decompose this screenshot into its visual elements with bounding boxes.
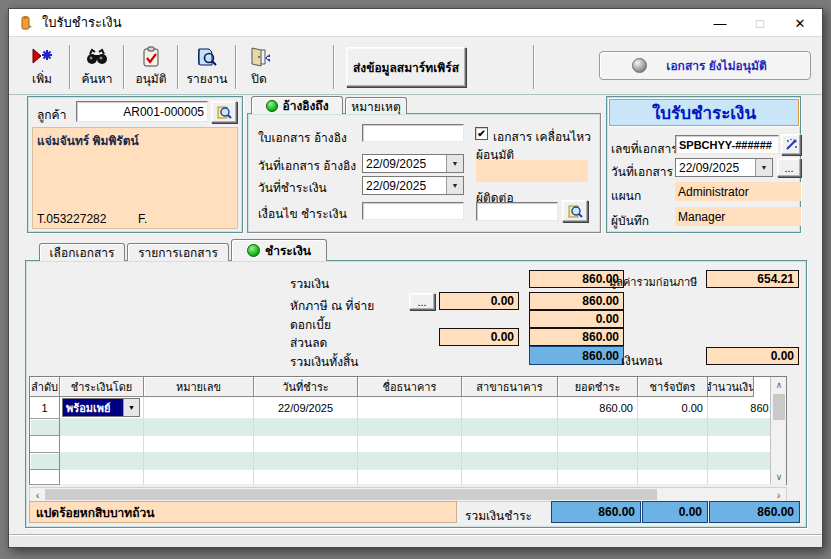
doc-date-combo[interactable]: 22/09/2025 ▼ (675, 158, 773, 177)
chevron-down-icon[interactable]: ▼ (755, 159, 772, 176)
chevron-down-icon[interactable]: ▼ (123, 399, 139, 416)
minimize-button[interactable]: — (700, 9, 740, 37)
contact-input[interactable] (476, 202, 558, 221)
report-label: รายงาน (186, 69, 227, 88)
col-header-paid: ยอดชำระ (558, 377, 638, 397)
vertical-scrollbar[interactable]: ∧ ∨ (770, 377, 786, 484)
chevron-down-icon[interactable]: ▼ (446, 155, 463, 172)
pay-date-combo[interactable]: 22/09/2025 ▼ (362, 176, 464, 195)
col-header-no: ลำดับ (30, 377, 60, 397)
green-dot-icon (247, 244, 260, 257)
exit-door-icon (247, 46, 271, 68)
customer-info-box: แจ่มจันทร์ พิมพิรัตน์ T.053227282 F. (32, 127, 238, 229)
tab-reference[interactable]: อ้างอิงถึง (251, 96, 343, 114)
table-row: 1 พร้อมเพย์ ▼ 22/09/2025 860.00 0.00 860… (30, 397, 786, 419)
pay-date-label: วันที่ชำระเงิน (258, 178, 327, 197)
document-type-title: ใบรับชำระเงิน (609, 99, 799, 126)
search-button[interactable]: ค้นหา (75, 44, 119, 90)
tab-select-documents[interactable]: เลือกเอกสาร (39, 243, 125, 261)
report-magnifier-icon (195, 46, 219, 68)
branch-cell[interactable] (462, 397, 558, 419)
toolbar-separator (123, 45, 125, 89)
customer-code-input[interactable] (76, 101, 208, 122)
report-button[interactable]: รายงาน (183, 44, 231, 90)
window-bottom-edge (9, 535, 822, 547)
grand-total-amount: 860.00 (529, 346, 624, 365)
customer-name: แจ่มจันทร์ พิมพิรัตน์ (37, 131, 139, 150)
col-header-method: ชำระเงินโดย (60, 377, 144, 397)
interest-label: ดอกเบี้ย (290, 315, 331, 334)
recorder-label: ผู้บันทึก (611, 211, 649, 230)
approve-button[interactable]: อนุมัติ (129, 44, 173, 90)
date-cell[interactable]: 22/09/2025 (254, 397, 358, 419)
app-window: ใบรับชำระเงิน — □ ✕ เพิ่ม (8, 8, 823, 548)
col-header-amount: จำนวนเงิน (708, 377, 754, 397)
moving-doc-label: เอกสาร เคลื่อนไหว (493, 127, 591, 146)
approval-status-indicator: เอกสาร ยังไม่อนุมัติ (599, 51, 811, 80)
tab-note[interactable]: หมายเหตุ (345, 97, 407, 114)
payment-table: ลำดับ ชำระเงินโดย หมายเลข วันที่ชำระ ชื่… (29, 376, 787, 485)
add-icon (30, 46, 54, 68)
tab-document-list[interactable]: รายการเอกสาร (127, 243, 229, 261)
toolbar-separator (177, 45, 179, 89)
green-dot-icon (266, 100, 278, 112)
scroll-left-icon[interactable]: ‹ (30, 488, 45, 501)
payment-method-dropdown[interactable]: พร้อมเพย์ ▼ (62, 398, 140, 417)
scroll-right-icon[interactable]: › (771, 488, 786, 501)
wht-more-button[interactable]: ... (409, 293, 435, 310)
add-button[interactable]: เพิ่ม (21, 44, 63, 90)
vertical-scroll-thumb[interactable] (773, 394, 785, 420)
maximize-button[interactable]: □ (740, 9, 780, 37)
approver-value (476, 160, 588, 182)
reference-panel: ใบเอกสาร อ้างอิง วันที่เอกสาร อ้างอิง 22… (247, 113, 601, 233)
generate-number-button[interactable] (781, 134, 801, 155)
table-header-row: ลำดับ ชำระเงินโดย หมายเลข วันที่ชำระ ชื่… (30, 377, 786, 397)
moving-doc-checkbox[interactable]: ✔ (475, 127, 488, 140)
toolbar-separator (69, 45, 71, 89)
tab-document-list-label: รายการเอกสาร (138, 243, 218, 262)
search-label: ค้นหา (82, 69, 113, 88)
close-form-label: ปิด (251, 69, 266, 88)
customer-panel: ลูกค้า แจ่มจันทร์ พิมพิรัตน์ T.053227282… (27, 96, 243, 233)
scroll-up-icon[interactable]: ∧ (771, 377, 787, 392)
paid-cell[interactable]: 860.00 (558, 397, 638, 419)
tab-payment[interactable]: ชำระเงิน (231, 239, 327, 261)
table-row (30, 419, 786, 436)
close-button[interactable]: ✕ (780, 9, 820, 37)
number-cell[interactable] (144, 397, 254, 419)
tab-select-documents-label: เลือกเอกสาร (49, 243, 114, 262)
pretax-label: มูลค่ารวมก่อนภาษี (609, 273, 697, 291)
toolbar: เพิ่ม ค้นหา (9, 38, 822, 95)
wht-input[interactable]: 0.00 (439, 292, 519, 310)
terms-input[interactable] (362, 202, 464, 220)
charge-cell[interactable]: 0.00 (638, 397, 708, 419)
status-text: เอกสาร ยังไม่อนุมัติ (647, 56, 810, 75)
ref-doc-input[interactable] (362, 124, 464, 142)
send-smart-button[interactable]: ส่งข้อมูลสมาร์ทเพิร์ส (346, 47, 466, 87)
dept-label: แผนก (611, 186, 641, 205)
ref-date-combo[interactable]: 22/09/2025 ▼ (362, 154, 464, 173)
doc-no-value[interactable]: SPBCHYY-###### (675, 135, 779, 154)
discount-input[interactable]: 0.00 (439, 328, 519, 346)
tab-reference-label: อ้างอิงถึง (283, 96, 329, 115)
doc-date-more-button[interactable]: ... (777, 158, 801, 177)
close-form-button[interactable]: ปิด (241, 44, 277, 90)
col-header-charge: ชาร์จบัตร (638, 377, 708, 397)
titlebar: ใบรับชำระเงิน — □ ✕ (9, 9, 822, 37)
footer-total-paid: 860.00 (551, 501, 641, 523)
footer-total-charge: 0.00 (642, 501, 708, 523)
scroll-down-icon[interactable]: ∨ (771, 469, 787, 484)
chevron-down-icon[interactable]: ▼ (446, 177, 463, 194)
tab-note-label: หมายเหตุ (351, 97, 400, 116)
horizontal-scrollbar[interactable]: ‹ › (29, 487, 787, 502)
toolbar-separator (533, 45, 535, 89)
customer-search-button[interactable] (211, 101, 237, 123)
horizontal-scroll-thumb[interactable] (45, 489, 657, 500)
window-title: ใบรับชำระเงิน (42, 12, 122, 33)
dept-value: Administrator (675, 182, 801, 201)
contact-search-button[interactable] (562, 200, 588, 222)
doc-date-label: วันที่เอกสาร (611, 162, 673, 181)
bank-cell[interactable] (358, 397, 462, 419)
clipboard-check-icon (140, 46, 162, 68)
interest-total: 0.00 (529, 310, 624, 328)
